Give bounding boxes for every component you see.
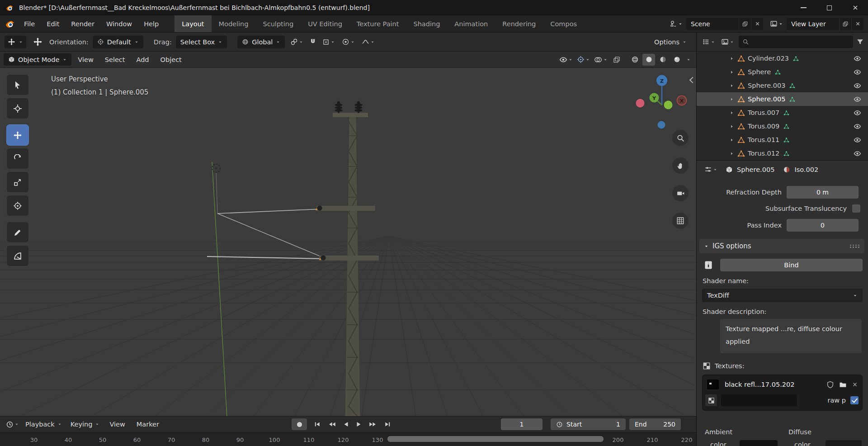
keying-menu[interactable]: Keying — [67, 421, 104, 428]
snap-settings-dropdown[interactable] — [321, 38, 336, 46]
outliner-row-active[interactable]: Sphere.005 — [697, 92, 868, 106]
blender-menu-icon[interactable] — [5, 19, 15, 29]
visibility-eye-icon[interactable] — [854, 109, 861, 117]
move-tool[interactable] — [6, 124, 29, 146]
frame-start-field[interactable]: Start 1 — [551, 418, 626, 430]
expand-arrow-icon[interactable] — [729, 110, 737, 115]
scene-selector[interactable]: Scene — [686, 18, 763, 30]
3d-viewport[interactable]: User Perspective (1) Collection 1 | Sphe… — [0, 68, 696, 416]
shading-material-button[interactable] — [656, 54, 669, 66]
jump-to-end-button[interactable] — [382, 422, 391, 427]
axis-neg-z-ball[interactable] — [658, 121, 665, 129]
overlays-dropdown[interactable] — [593, 56, 609, 64]
tab-texture-paint[interactable]: Texture Paint — [349, 15, 406, 32]
timeline-scrollbar[interactable] — [387, 436, 604, 442]
tab-rendering[interactable]: Rendering — [495, 15, 543, 32]
expand-arrow-icon[interactable] — [729, 124, 737, 129]
menu-select[interactable]: Select — [100, 56, 130, 63]
menu-window[interactable]: Window — [100, 20, 138, 28]
rotate-tool[interactable] — [6, 148, 29, 169]
minimize-button[interactable] — [791, 0, 816, 15]
tab-animation[interactable]: Animation — [447, 15, 495, 32]
expand-arrow-icon[interactable] — [729, 70, 737, 75]
menu-render[interactable]: Render — [65, 20, 100, 28]
image-preview-icon[interactable] — [705, 394, 717, 406]
menu-view[interactable]: View — [73, 56, 98, 63]
outliner-row[interactable]: Sphere.003 — [697, 79, 868, 92]
measure-tool[interactable] — [6, 245, 29, 266]
next-keyframe-button[interactable] — [368, 422, 377, 427]
expand-arrow-icon[interactable] — [729, 83, 737, 88]
falloff-dropdown[interactable] — [360, 38, 376, 46]
scene-browse-button[interactable] — [667, 20, 685, 28]
view-layer-remove-button[interactable] — [851, 18, 863, 30]
visibility-eye-icon[interactable] — [854, 68, 861, 76]
shader-description-box[interactable]: Texture mapped ...re, diffuse colour app… — [720, 319, 862, 353]
bind-button[interactable]: Bind — [720, 259, 863, 271]
cursor-tool[interactable] — [6, 98, 29, 119]
tab-uv-editing[interactable]: UV Editing — [301, 15, 349, 32]
camera-view-button[interactable] — [672, 185, 689, 201]
scene-unlink-button[interactable] — [751, 18, 763, 30]
timeline-marker-menu[interactable]: Marker — [132, 421, 164, 428]
visibility-eye-icon[interactable] — [854, 136, 861, 144]
expand-arrow-icon[interactable] — [729, 97, 737, 102]
subsurface-checkbox[interactable] — [852, 204, 860, 213]
diffuse-color-swatch[interactable] — [826, 440, 862, 446]
fake-user-shield-icon[interactable] — [826, 381, 834, 389]
outliner-row[interactable]: Torus.009 — [697, 119, 868, 133]
pan-button[interactable] — [672, 157, 689, 174]
tab-layout[interactable]: Layout — [175, 15, 211, 32]
xray-toggle[interactable] — [610, 54, 623, 66]
menu-object[interactable]: Object — [156, 56, 187, 63]
tab-sculpting[interactable]: Sculpting — [255, 15, 301, 32]
object-visibility-dropdown[interactable] — [558, 56, 574, 64]
viewport-canvas[interactable] — [0, 68, 696, 416]
scale-tool[interactable] — [6, 171, 29, 193]
visibility-eye-icon[interactable] — [854, 123, 861, 130]
transform-tool[interactable] — [6, 195, 29, 216]
timeline-editor-type-dropdown[interactable] — [5, 421, 20, 428]
texture-path-input[interactable] — [721, 394, 797, 406]
visibility-eye-icon[interactable] — [854, 55, 861, 62]
annotate-tool[interactable] — [6, 222, 29, 243]
shading-dropdown-icon[interactable] — [686, 57, 691, 62]
texture-item-row[interactable]: black refl...17.05.202 — [703, 378, 862, 391]
expand-arrow-icon[interactable] — [729, 151, 737, 156]
active-tool-dropdown[interactable] — [5, 36, 26, 48]
tab-shading[interactable]: Shading — [406, 15, 447, 32]
outliner-display-mode-dropdown[interactable] — [720, 38, 736, 46]
frame-end-field[interactable]: End 250 — [629, 418, 681, 430]
visibility-eye-icon[interactable] — [854, 82, 861, 90]
pass-index-field[interactable]: 0 — [787, 219, 859, 232]
outliner-editor-type-dropdown[interactable] — [701, 38, 717, 46]
shading-wireframe-button[interactable] — [628, 54, 641, 66]
snap-magnet-toggle[interactable] — [309, 38, 317, 46]
outliner-row[interactable]: Torus.011 — [697, 133, 868, 147]
view-layer-selector[interactable]: View Layer — [787, 18, 863, 30]
breadcrumb-material-name[interactable]: Iso.002 — [794, 166, 818, 173]
current-frame-field[interactable]: 1 — [501, 418, 542, 430]
breadcrumb-object-name[interactable]: Sphere.005 — [737, 166, 774, 173]
shading-solid-button[interactable] — [642, 54, 655, 66]
ambient-color-swatch[interactable] — [740, 440, 778, 446]
zoom-button[interactable] — [672, 130, 689, 146]
previous-keyframe-button[interactable] — [328, 422, 336, 427]
menu-help[interactable]: Help — [138, 20, 165, 28]
maximize-button[interactable] — [816, 0, 842, 15]
playback-menu[interactable]: Playback — [22, 421, 66, 428]
proportional-editing-dropdown[interactable] — [340, 38, 356, 46]
open-folder-icon[interactable] — [839, 381, 847, 389]
tab-modeling[interactable]: Modeling — [212, 15, 256, 32]
ortho-toggle-button[interactable] — [672, 213, 689, 229]
expand-arrow-icon[interactable] — [729, 138, 737, 142]
select-box-tool[interactable] — [6, 74, 29, 95]
axis-neg-x-ball[interactable] — [636, 99, 645, 108]
menu-edit[interactable]: Edit — [41, 20, 65, 28]
orientation-dropdown[interactable]: Default — [93, 36, 143, 48]
jump-to-start-button[interactable] — [314, 422, 322, 427]
close-button[interactable] — [842, 0, 868, 15]
shader-name-dropdown[interactable]: TexDiff — [702, 289, 863, 302]
outliner-row[interactable]: Sphere — [697, 65, 868, 79]
transform-orientation-dropdown[interactable]: Global — [237, 36, 285, 48]
